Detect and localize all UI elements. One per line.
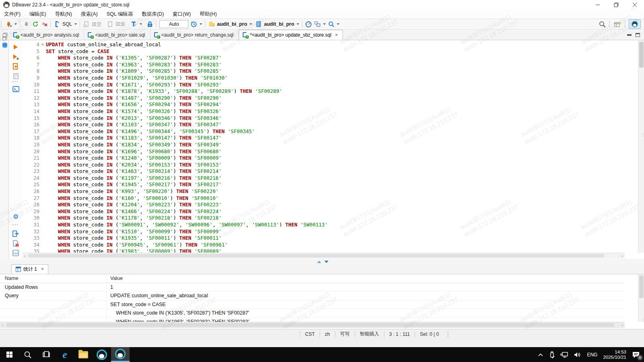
stats-row[interactable]: Updated Rows1 <box>0 283 625 292</box>
code-line[interactable]: 7 WHEN store_code IN ('K1963', 'SF00283'… <box>23 62 625 68</box>
connection-dropdown[interactable] <box>250 23 252 25</box>
history-dropdown[interactable] <box>200 23 202 25</box>
scrollbar-thumb[interactable] <box>639 42 644 68</box>
code-line[interactable]: 28 WHEN store_code IN ('K1204', 'SF00223… <box>23 202 625 208</box>
sql-editor-icon[interactable] <box>54 21 60 28</box>
export-result-icon[interactable] <box>12 230 19 237</box>
maximize-button[interactable] <box>607 0 625 10</box>
code-line[interactable]: 13 WHEN store_code IN ('K1656', 'SF00294… <box>23 101 625 108</box>
code-line[interactable]: 34 WHEN store_code IN ('SF00945', 'SF009… <box>23 242 625 249</box>
code-line[interactable]: 9 WHEN store_code IN ('SF01029', 'SF0103… <box>23 75 625 82</box>
taskbar-search-button[interactable] <box>19 347 37 362</box>
rollback-button[interactable]: 回滚 <box>116 21 125 28</box>
stats-row[interactable]: WHEN store_code IN ('K1305', 'SF00287') … <box>0 309 625 318</box>
code-line[interactable]: 22 WHEN store_code IN ('K2034', 'SF00153… <box>23 162 625 169</box>
commit-button[interactable]: 提交 <box>92 21 101 28</box>
transaction-dropdown[interactable] <box>140 23 142 25</box>
script-variables-icon[interactable]: (ω) <box>12 249 19 257</box>
code-line[interactable]: 17 WHEN store_code IN ('K1496', 'SF00344… <box>23 128 625 135</box>
scrollbar-thumb[interactable] <box>6 323 614 327</box>
sql-editor[interactable]: 4⊖UPDATE custom_online_sale_abroad_local… <box>23 40 625 253</box>
close-button[interactable] <box>625 0 644 10</box>
execute-new-tab-icon[interactable] <box>12 53 19 60</box>
dbeaver-taskbar-button-active[interactable] <box>111 347 130 362</box>
compare-icon[interactable] <box>314 21 321 28</box>
code-line[interactable]: 19 WHEN store_code IN ('K1834', 'SF00349… <box>23 142 625 148</box>
task-view-button[interactable] <box>37 347 56 362</box>
database-navigator-icon[interactable] <box>1 42 8 49</box>
language-indicator[interactable]: ENG <box>587 352 597 358</box>
stats-row[interactable]: SET store_code = CASE <box>0 300 625 309</box>
action-center-button[interactable]: 8 <box>632 351 640 358</box>
panel-vertical-scrollbar[interactable] <box>638 274 644 322</box>
menu-item[interactable]: 编辑(E) <box>29 11 46 18</box>
code-line[interactable]: 12 WHEN store_code IN ('K1487', 'SF00290… <box>23 95 625 102</box>
lock-icon[interactable] <box>147 21 153 28</box>
new-connection-icon[interactable] <box>5 21 12 28</box>
menu-item[interactable]: SQL 编辑器 <box>107 11 133 18</box>
code-line[interactable]: 27 WHEN store_code IN ('K160', 'SF00010'… <box>23 195 625 202</box>
code-line[interactable]: 23 WHEN store_code IN ('K1463', 'SF00214… <box>23 168 625 175</box>
file-explorer-button[interactable] <box>74 347 93 362</box>
fold-collapse-icon[interactable]: ⊖ <box>39 41 46 48</box>
code-line[interactable]: 25 WHEN store_code IN ('K1945', 'SF00217… <box>23 181 625 188</box>
schema-dropdown[interactable] <box>297 23 299 25</box>
code-line[interactable]: 4⊖UPDATE custom_online_sale_abroad_local <box>23 41 625 48</box>
new-connection-dropdown[interactable] <box>14 23 17 25</box>
scroll-right-arrow[interactable]: › <box>621 254 623 258</box>
dashboard-icon[interactable] <box>305 21 312 28</box>
code-line[interactable]: 33 WHEN store_code IN ('K1935', 'SF00011… <box>23 235 625 242</box>
stats-row[interactable]: WHEN store_code IN ('K1963', 'SF00283') … <box>0 318 625 322</box>
editor-tab[interactable]: ✓<audit_bi_pro> sale.sql <box>84 30 150 40</box>
compare-dropdown[interactable] <box>323 23 326 25</box>
code-line[interactable]: 6 WHEN store_code IN ('K1305', 'SF00287'… <box>23 55 625 62</box>
code-line[interactable]: 5SET store_code = CASE <box>23 48 625 55</box>
start-button[interactable] <box>0 347 19 362</box>
code-line[interactable]: 11 WHEN store_code IN ('K1878', 'K1933',… <box>23 88 625 95</box>
connect-icon[interactable] <box>23 21 30 28</box>
statistics-tab-close-icon[interactable]: × <box>41 266 44 272</box>
scroll-left-arrow[interactable]: ‹ <box>2 323 3 327</box>
schema-selector[interactable]: audit_bi_pro <box>264 21 294 27</box>
settings-gear-icon[interactable]: ⚙ <box>12 213 19 220</box>
execute-script-icon[interactable] <box>12 63 19 70</box>
data-search-icon[interactable] <box>328 21 334 28</box>
reconnect-icon[interactable] <box>32 21 39 28</box>
code-line[interactable]: 24 WHEN store_code IN ('K1197', 'SF00216… <box>23 175 625 182</box>
code-line[interactable]: 29 WHEN store_code IN ('K1466', 'SF00224… <box>23 208 625 215</box>
open-perspective-icon[interactable] <box>614 21 621 28</box>
code-line[interactable]: 26 WHEN store_code IN ('K993', 'SF00220'… <box>23 188 625 195</box>
transaction-history-icon[interactable] <box>190 21 197 28</box>
code-line[interactable]: 21 WHEN store_code IN ('K1240', 'SF00009… <box>23 155 625 162</box>
statistics-tab[interactable]: 统计 1 × <box>11 264 48 274</box>
sash-toggle-arrows[interactable] <box>317 261 328 263</box>
code-line[interactable]: 15 WHEN store_code IN ('K2013', 'SF00346… <box>23 115 625 122</box>
code-line[interactable]: 35 WHEN store_code IN ('K1983', 'SF00089… <box>23 248 625 253</box>
sql-editor-label[interactable]: SQL <box>62 21 72 27</box>
speaker-icon[interactable] <box>574 352 581 358</box>
network-icon[interactable] <box>560 352 568 358</box>
scrollbar-thumb[interactable] <box>639 276 644 298</box>
editor-tab[interactable]: ✓<audit_bi_pro> analysis.sql <box>10 30 84 40</box>
maximize-editor-icon[interactable] <box>636 33 640 37</box>
execute-statement-icon[interactable] <box>12 43 19 51</box>
commit-icon[interactable] <box>83 21 90 28</box>
menu-item[interactable]: 窗口(W) <box>173 11 191 18</box>
code-line[interactable]: 20 WHEN store_code IN ('K1696', 'SF00680… <box>23 148 625 155</box>
scrollbar-thumb[interactable] <box>28 254 604 257</box>
taskbar-clock[interactable]: 14:532025/10/21 <box>603 350 626 360</box>
minimize-button[interactable] <box>588 0 607 10</box>
commit-mode-combo[interactable]: Auto <box>159 20 188 28</box>
code-line[interactable]: 8 WHEN store_code IN ('K1809', 'SF00285'… <box>23 68 625 75</box>
scroll-left-arrow[interactable]: ‹ <box>24 254 26 258</box>
code-line[interactable]: 31 WHEN store_code IN ('SW00091', 'SW000… <box>23 222 625 228</box>
tray-chevron-icon[interactable] <box>538 353 543 357</box>
rollback-icon[interactable] <box>107 21 114 28</box>
internet-explorer-button[interactable]: e <box>56 347 74 362</box>
transaction-log-icon[interactable] <box>130 21 137 28</box>
menu-item[interactable]: 搜索(A) <box>81 11 98 18</box>
connection-selector[interactable]: audit_bi_pro <box>217 21 247 27</box>
sql-editor-dropdown[interactable] <box>74 23 77 25</box>
menu-item[interactable]: 导航(N) <box>55 11 72 18</box>
output-console-icon[interactable] <box>12 85 19 93</box>
